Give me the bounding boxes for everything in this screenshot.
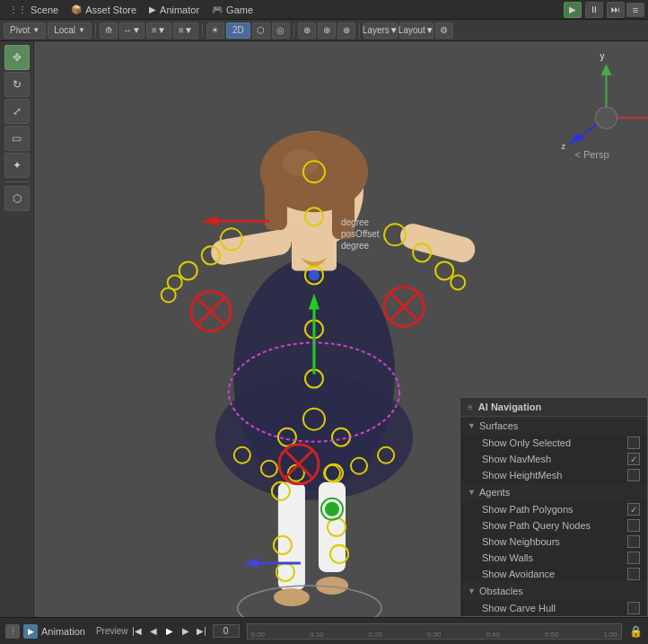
anim-skip-back-btn[interactable]: |◀ <box>130 624 144 639</box>
nav-show-only-selected[interactable]: Show Only Selected <box>460 435 647 451</box>
svg-rect-9 <box>398 221 477 265</box>
svg-point-19 <box>180 261 197 279</box>
svg-marker-67 <box>600 64 611 75</box>
animation-controls: Preview |◀ ◀ ▶ ▶ ▶| <box>96 624 209 639</box>
svg-text:< Persp: < Persp <box>574 149 609 160</box>
nav-show-walls[interactable]: Show Walls <box>460 550 647 566</box>
nav-show-avoidance[interactable]: Show Avoidance <box>460 566 647 582</box>
anim-back-btn[interactable]: ◀ <box>146 624 161 639</box>
show-walls-checkbox[interactable] <box>627 551 640 564</box>
time-display[interactable]: 0 <box>213 624 240 638</box>
lock-icon[interactable]: 🔒 <box>629 625 643 638</box>
surfaces-arrow-icon: ▼ <box>468 421 476 430</box>
show-avoidance-checkbox[interactable] <box>627 568 640 580</box>
show-heightmesh-label: Show HeightMesh <box>482 470 562 481</box>
toolbar-icon-9[interactable]: ⊕ <box>318 22 336 39</box>
bottom-menu-icon[interactable]: ⋮ <box>5 624 20 639</box>
toolbar-icon-1[interactable]: ⟰ <box>100 22 118 39</box>
animator-icon: ▶ <box>149 4 156 14</box>
nav-show-heightmesh[interactable]: Show HeightMesh <box>460 467 647 483</box>
show-only-selected-checkbox[interactable] <box>627 437 640 449</box>
toolbar-settings[interactable]: ⚙ <box>435 22 453 39</box>
svg-marker-55 <box>202 216 218 226</box>
tool-scale[interactable]: ⤢ <box>4 99 30 124</box>
viewport[interactable]: degree posOffset degree y x z < Persp <box>34 41 648 617</box>
toolbar-2d-btn[interactable]: 2D <box>226 22 250 39</box>
top-menu-bar: ⋮⋮ Scene 📦 Asset Store ▶ Animator 🎮 Game… <box>0 0 648 20</box>
show-path-query-nodes-label: Show Path Query Nodes <box>482 520 591 531</box>
time-marker-4: 0:40 <box>486 631 500 639</box>
tool-rotate[interactable]: ↻ <box>4 72 30 97</box>
toolbar-icon-6[interactable]: ⬡ <box>252 22 270 39</box>
nav-show-path-query-nodes[interactable]: Show Path Query Nodes <box>460 517 647 534</box>
svg-point-42 <box>451 275 465 289</box>
show-carve-hull-checkbox[interactable] <box>627 602 640 614</box>
toolbar-icon-3[interactable]: ≡▼ <box>146 22 171 39</box>
game-icon: 🎮 <box>212 4 223 14</box>
show-navmesh-checkbox[interactable] <box>627 453 640 465</box>
tool-extra[interactable]: ⬡ <box>4 186 30 211</box>
menu-animator[interactable]: ▶ Animator <box>144 3 205 17</box>
tool-rect[interactable]: ▭ <box>4 126 30 151</box>
nav-show-navmesh[interactable]: Show NavMesh <box>460 451 647 467</box>
menu-asset-store[interactable]: 📦 Asset Store <box>66 3 142 17</box>
menu-game[interactable]: 🎮 Game <box>206 3 258 17</box>
svg-point-72 <box>595 107 617 128</box>
time-marker-5: 0:50 <box>545 631 559 639</box>
local-button[interactable]: Local ▼ <box>48 22 92 39</box>
nav-show-neighbours[interactable]: Show Neighbours <box>460 534 647 550</box>
section-agents[interactable]: ▼ Agents <box>460 483 647 501</box>
tool-transform[interactable]: ✦ <box>4 153 30 178</box>
pause-btn[interactable]: ⏸ <box>585 2 603 18</box>
ai-nav-header-icon: ≡ <box>468 402 473 412</box>
time-marker-3: 0:30 <box>427 631 442 639</box>
pivot-button[interactable]: Pivot ▼ <box>4 22 46 39</box>
toolbar-icon-2[interactable]: ↔▼ <box>119 22 144 39</box>
svg-text:y: y <box>600 51 604 61</box>
anim-skip-forward-btn[interactable]: ▶| <box>195 624 209 639</box>
menu-scene[interactable]: ⋮⋮ Scene <box>4 3 64 17</box>
toolbar-icon-layers[interactable]: Layers▼ <box>363 22 398 39</box>
show-neighbours-label: Show Neighbours <box>482 536 560 547</box>
toolbar-icon-7[interactable]: ◎ <box>272 22 290 39</box>
animation-label: Animation <box>41 626 85 637</box>
next-btn[interactable]: ⏭ <box>607 2 625 18</box>
toolbar-icon-10[interactable]: ⊕ <box>337 22 355 39</box>
main-area: ✥ ↻ ⤢ ▭ ✦ ⬡ <box>0 41 648 617</box>
show-heightmesh-checkbox[interactable] <box>627 469 640 481</box>
show-only-selected-label: Show Only Selected <box>482 437 571 448</box>
show-path-query-nodes-checkbox[interactable] <box>627 519 640 532</box>
surfaces-label: Surfaces <box>479 420 518 431</box>
toolbar-icon-layout[interactable]: Layout▼ <box>399 22 433 39</box>
show-navmesh-label: Show NavMesh <box>482 454 551 464</box>
anim-play-btn[interactable]: ▶ <box>162 624 177 639</box>
svg-text:z: z <box>561 142 565 151</box>
pivot-label: Pivot <box>10 25 30 35</box>
local-label: Local <box>54 25 75 35</box>
anim-forward-btn[interactable]: ▶ <box>179 624 193 639</box>
game-label: Game <box>226 4 253 15</box>
show-neighbours-checkbox[interactable] <box>627 535 640 548</box>
show-path-polygons-label: Show Path Polygons <box>482 504 574 515</box>
play-btn[interactable]: ▶ <box>564 2 582 18</box>
tool-move[interactable]: ✥ <box>4 45 30 70</box>
main-toolbar: Pivot ▼ Local ▼ ⟰ ↔▼ ≡▼ ≡▼ ☀ 2D ⬡ ◎ ⊕ ⊕ … <box>0 20 648 41</box>
svg-point-59 <box>325 502 339 516</box>
toolbar-icon-4[interactable]: ≡▼ <box>173 22 198 39</box>
nav-show-path-polygons[interactable]: Show Path Polygons <box>460 501 647 517</box>
section-obstacles[interactable]: ▼ Obstacles <box>460 582 647 600</box>
toolbar-sep-3 <box>293 23 294 38</box>
toolbar-icon-8[interactable]: ⊕ <box>298 22 316 39</box>
toolbar-icon-5[interactable]: ☀ <box>206 22 224 39</box>
menu-options-btn[interactable]: ≡ <box>626 3 644 17</box>
svg-marker-57 <box>242 558 258 569</box>
show-path-polygons-checkbox[interactable] <box>627 503 640 516</box>
svg-point-41 <box>162 287 176 302</box>
nav-show-carve-hull[interactable]: Show Carve Hull <box>460 600 647 616</box>
scene-label: Scene <box>31 4 58 15</box>
asset-store-icon: 📦 <box>71 4 82 14</box>
preview-label: Preview <box>96 626 128 636</box>
section-surfaces[interactable]: ▼ Surfaces <box>460 417 647 435</box>
timeline-area[interactable]: 0:00 0:10 0:20 0:30 0:40 0:50 1:00 <box>247 623 623 640</box>
svg-text:degree: degree <box>341 241 370 251</box>
